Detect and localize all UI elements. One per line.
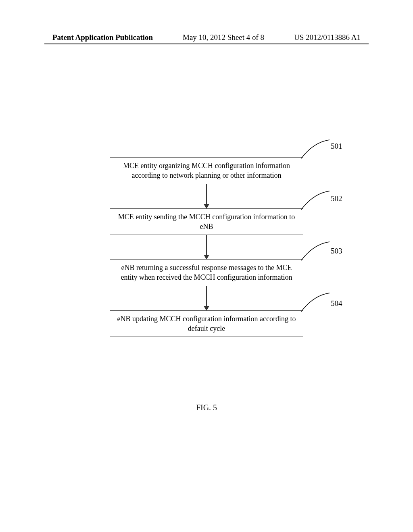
step-label-504: 504 [331,299,342,308]
arrow-down-icon [206,286,207,310]
leader-line-icon [299,241,332,261]
flow-box-501: MCE entity organizing MCCH configuration… [110,157,303,184]
page: Patent Application Publication May 10, 2… [0,0,413,532]
flow-step: eNB updating MCCH configuration informat… [110,310,303,337]
arrow-down-icon [206,184,207,208]
flow-step: MCE entity sending the MCCH configuratio… [110,208,303,235]
flow-step: MCE entity organizing MCCH configuration… [110,157,303,184]
flowchart: MCE entity organizing MCCH configuration… [0,157,413,337]
flow-box-text: MCE entity sending the MCCH configuratio… [115,212,298,232]
flow-box-504: eNB updating MCCH configuration informat… [110,310,303,337]
header-left: Patent Application Publication [52,33,153,42]
step-label-502: 502 [331,194,342,203]
flow-box-text: eNB returning a successful response mess… [115,263,298,283]
step-label-503: 503 [331,247,342,256]
leader-line-icon [299,190,332,210]
flow-step: eNB returning a successful response mess… [110,259,303,286]
flow-box-text: MCE entity organizing MCCH configuration… [115,161,298,181]
figure-caption: FIG. 5 [0,403,413,412]
flow-box-text: eNB updating MCCH configuration informat… [115,314,298,334]
flow-box-503: eNB returning a successful response mess… [110,259,303,286]
header-right: US 2012/0113886 A1 [294,33,361,42]
header-center: May 10, 2012 Sheet 4 of 8 [183,33,264,42]
step-label-501: 501 [331,142,342,151]
arrow-down-icon [206,235,207,259]
header-rule [44,44,369,44]
page-header: Patent Application Publication May 10, 2… [0,33,413,42]
flow-box-502: MCE entity sending the MCCH configuratio… [110,208,303,235]
leader-line-icon [299,139,332,159]
leader-line-icon [299,292,332,312]
